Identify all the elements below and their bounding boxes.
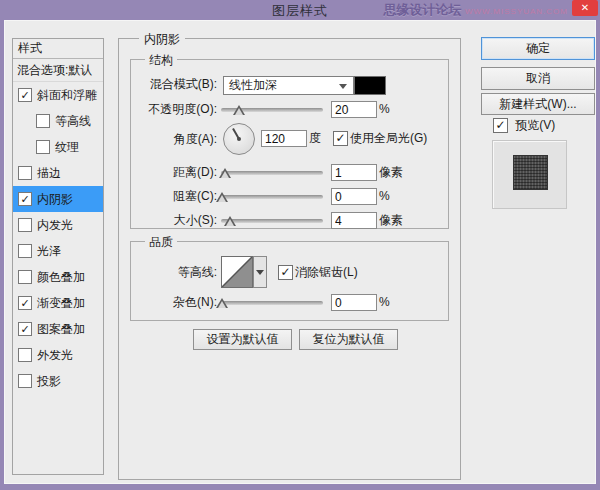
noise-unit: % (379, 294, 390, 311)
panel-title: 内阴影 (139, 31, 185, 48)
list-item-blending-options[interactable]: 混合选项:默认 (13, 59, 103, 82)
preview-checkbox[interactable]: ✓ (493, 118, 508, 133)
item-label: 光泽 (37, 243, 61, 260)
list-item-gradient-overlay[interactable]: ✓ 渐变叠加 (13, 290, 103, 316)
blend-mode-row: 混合模式(B): 线性加深 (131, 76, 448, 93)
shadow-color-swatch[interactable] (354, 76, 386, 95)
list-item-inner-shadow[interactable]: ✓ 内阴影 (13, 186, 103, 212)
choke-unit: % (379, 188, 390, 205)
set-default-button[interactable]: 设置为默认值 (193, 329, 292, 350)
antialias-checkbox[interactable]: ✓ (278, 265, 293, 280)
list-item-texture[interactable]: 纹理 (13, 134, 103, 160)
noise-input[interactable] (331, 294, 377, 311)
item-label: 投影 (37, 373, 61, 390)
checkbox-inner-shadow[interactable]: ✓ (18, 192, 32, 206)
style-preview-thumbnail (513, 155, 548, 190)
checkbox-inner-glow[interactable] (18, 218, 32, 232)
noise-slider-track[interactable] (221, 301, 323, 305)
checkbox-outer-glow[interactable] (18, 348, 32, 362)
opacity-input[interactable] (331, 101, 377, 118)
item-label: 描边 (37, 165, 61, 182)
list-item-pattern-overlay[interactable]: ✓ 图案叠加 (13, 316, 103, 342)
noise-row: 杂色(N): % (131, 294, 448, 311)
item-label: 图案叠加 (37, 321, 85, 338)
choke-slider-handle[interactable] (216, 192, 228, 202)
checkbox-stroke[interactable] (18, 166, 32, 180)
styles-header: 样式 (13, 39, 103, 59)
quality-legend: 品质 (145, 234, 177, 251)
opacity-slider-track[interactable] (221, 108, 323, 112)
list-item-contour[interactable]: 等高线 (13, 108, 103, 134)
contour-dropdown-arrow[interactable] (253, 256, 267, 288)
quality-group: 品质 等高线: ✓ 消除锯齿(L) 杂色(N): (130, 241, 449, 321)
angle-input[interactable] (261, 130, 307, 147)
preview-toggle: ✓ 预览(V) (493, 118, 555, 133)
checkbox-contour[interactable] (36, 114, 50, 128)
choke-row: 阻塞(C): % (131, 188, 448, 205)
use-global-light-label: 使用全局光(G) (350, 130, 427, 147)
choke-input[interactable] (331, 188, 377, 205)
item-label: 内阴影 (37, 191, 73, 208)
blend-mode-select[interactable]: 线性加深 (223, 76, 354, 95)
list-item-outer-glow[interactable]: 外发光 (13, 342, 103, 368)
angle-row: 角度(A): 度 ✓ 使用全局光(G) (131, 123, 448, 155)
list-item-satin[interactable]: 光泽 (13, 238, 103, 264)
checkbox-gradient-overlay[interactable]: ✓ (18, 296, 32, 310)
angle-dial-center (237, 137, 241, 141)
checkbox-color-overlay[interactable] (18, 270, 32, 284)
size-slider-handle[interactable] (224, 216, 236, 226)
list-item-color-overlay[interactable]: 颜色叠加 (13, 264, 103, 290)
choke-slider-track[interactable] (221, 195, 323, 199)
preview-label: 预览(V) (515, 118, 555, 133)
angle-dial[interactable] (223, 123, 255, 155)
distance-input[interactable] (331, 164, 377, 181)
opacity-row: 不透明度(O): % (131, 101, 448, 118)
chevron-down-icon (339, 84, 347, 89)
item-label: 斜面和浮雕 (37, 87, 97, 104)
inner-shadow-settings-panel: 内阴影 结构 混合模式(B): 线性加深 不透明度(O): (118, 38, 461, 480)
reset-default-button[interactable]: 复位为默认值 (299, 329, 398, 350)
close-button[interactable]: ✕ (572, 0, 598, 16)
noise-slider-handle[interactable] (216, 298, 228, 308)
list-item-drop-shadow[interactable]: 投影 (13, 368, 103, 394)
watermark-site-name: 思缘设计论坛 (384, 2, 462, 17)
opacity-unit: % (379, 101, 390, 118)
antialias-label: 消除锯齿(L) (295, 264, 358, 281)
distance-slider-track[interactable] (221, 171, 323, 175)
checkbox-drop-shadow[interactable] (18, 374, 32, 388)
item-label: 纹理 (55, 139, 79, 156)
contour-picker[interactable] (221, 256, 253, 288)
item-label: 内发光 (37, 217, 73, 234)
checkbox-pattern-overlay[interactable]: ✓ (18, 322, 32, 336)
item-label: 颜色叠加 (37, 269, 85, 286)
blend-mode-value: 线性加深 (229, 78, 277, 92)
size-unit: 像素 (379, 212, 403, 229)
list-item-stroke[interactable]: 描边 (13, 160, 103, 186)
checkbox-satin[interactable] (18, 244, 32, 258)
cancel-button[interactable]: 取消 (481, 67, 595, 90)
styles-list-panel: 样式 混合选项:默认 ✓ 斜面和浮雕 等高线 纹理 描边 ✓ 内阴影 (12, 38, 104, 475)
watermark-site-url: WWW.MISSYUAN.COM (465, 7, 568, 16)
angle-unit: 度 (309, 130, 321, 147)
checkbox-bevel-emboss[interactable]: ✓ (18, 88, 32, 102)
size-slider-track[interactable] (221, 219, 323, 223)
size-input[interactable] (331, 212, 377, 229)
layer-style-dialog: 图层样式 思缘设计论坛 WWW.MISSYUAN.COM ✕ 样式 混合选项:默… (0, 0, 600, 490)
list-item-inner-glow[interactable]: 内发光 (13, 212, 103, 238)
choke-label: 阻塞(C): (131, 188, 217, 205)
new-style-button[interactable]: 新建样式(W)... (481, 93, 595, 115)
structure-legend: 结构 (145, 52, 177, 69)
use-global-light-checkbox[interactable]: ✓ (333, 131, 348, 146)
opacity-slider-handle[interactable] (233, 105, 245, 115)
watermark: 思缘设计论坛 WWW.MISSYUAN.COM (384, 1, 568, 19)
item-label: 渐变叠加 (37, 295, 85, 312)
ok-button[interactable]: 确定 (481, 37, 595, 60)
contour-linear-icon (222, 257, 252, 287)
list-item-bevel-emboss[interactable]: ✓ 斜面和浮雕 (13, 82, 103, 108)
title-bar[interactable]: 图层样式 思缘设计论坛 WWW.MISSYUAN.COM ✕ (0, 0, 600, 20)
distance-slider-handle[interactable] (219, 168, 231, 178)
checkbox-texture[interactable] (36, 140, 50, 154)
structure-group: 结构 混合模式(B): 线性加深 不透明度(O): % (130, 59, 449, 229)
contour-label: 等高线: (131, 256, 217, 288)
distance-unit: 像素 (379, 164, 403, 181)
